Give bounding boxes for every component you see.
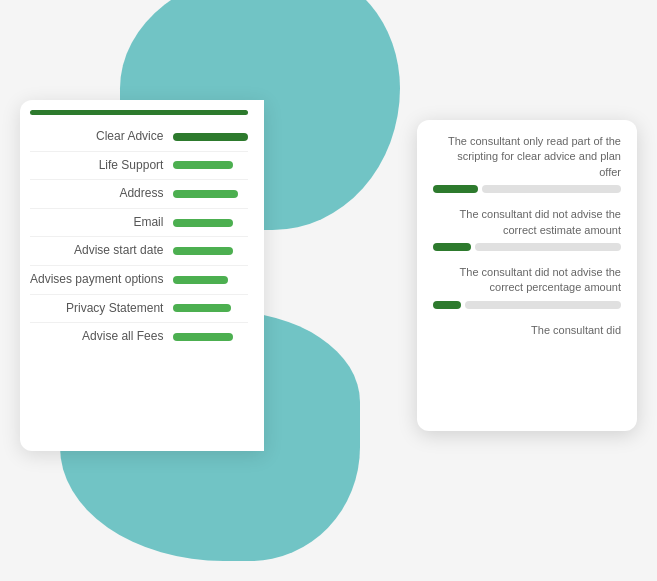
detail-item: The consultant did not advise the correc… <box>433 265 621 309</box>
progress-bar <box>173 133 248 141</box>
table-row: Address <box>30 180 248 209</box>
progress-bar <box>173 333 233 341</box>
table-row: Advise all Fees <box>30 323 248 351</box>
progress-bar <box>173 219 233 227</box>
bar-container <box>173 333 248 341</box>
detail-bar-bg <box>475 243 621 251</box>
detail-text: The consultant only read part of the scr… <box>433 134 621 180</box>
bar-container <box>173 304 248 312</box>
detail-bar-bg <box>482 185 621 193</box>
detail-item: The consultant did <box>433 323 621 338</box>
bar-container <box>173 276 248 284</box>
row-label: Advise start date <box>30 243 173 259</box>
progress-bar <box>173 190 238 198</box>
table-row: Advises payment options <box>30 266 248 295</box>
row-label: Advise all Fees <box>30 329 173 345</box>
detail-bar-track <box>433 243 621 251</box>
right-panel: The consultant only read part of the scr… <box>417 120 637 431</box>
detail-bar-fill <box>433 185 478 193</box>
row-label: Privacy Statement <box>30 301 173 317</box>
row-label: Advises payment options <box>30 272 173 288</box>
detail-bar-fill <box>433 301 461 309</box>
detail-bar-track <box>433 185 621 193</box>
detail-text: The consultant did not advise the correc… <box>433 265 621 296</box>
table-row: Clear Advice <box>30 123 248 152</box>
progress-bar <box>173 304 231 312</box>
progress-bar <box>173 247 233 255</box>
table-row: Life Support <box>30 152 248 181</box>
row-label: Life Support <box>30 158 173 174</box>
bar-container <box>173 247 248 255</box>
bar-container <box>173 133 248 141</box>
table-row: Advise start date <box>30 237 248 266</box>
detail-bar-bg <box>465 301 621 309</box>
table-row: Privacy Statement <box>30 295 248 324</box>
table-row: Email <box>30 209 248 238</box>
bar-container <box>173 219 248 227</box>
detail-text: The consultant did <box>433 323 621 338</box>
row-label: Email <box>30 215 173 231</box>
detail-text: The consultant did not advise the correc… <box>433 207 621 238</box>
card-container: Clear AdviceLife SupportAddressEmailAdvi… <box>20 100 637 451</box>
detail-bar-track <box>433 301 621 309</box>
row-label: Clear Advice <box>30 129 173 145</box>
progress-bar <box>173 276 228 284</box>
detail-item: The consultant did not advise the correc… <box>433 207 621 251</box>
progress-bar <box>173 161 233 169</box>
detail-bar-fill <box>433 243 471 251</box>
bar-container <box>173 190 248 198</box>
detail-item: The consultant only read part of the scr… <box>433 134 621 193</box>
row-label: Address <box>30 186 173 202</box>
bar-container <box>173 161 248 169</box>
left-panel: Clear AdviceLife SupportAddressEmailAdvi… <box>20 100 264 451</box>
